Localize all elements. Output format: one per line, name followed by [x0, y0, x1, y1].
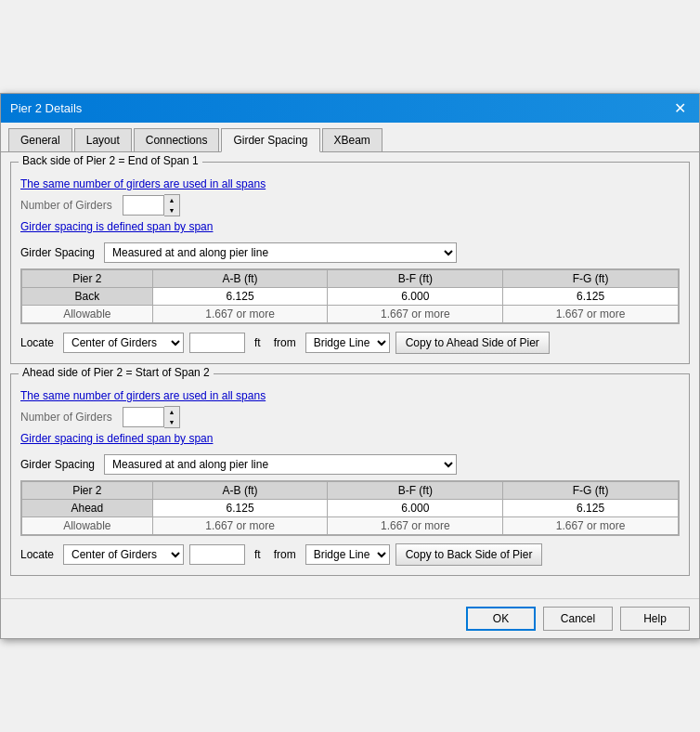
- ok-button[interactable]: OK: [466, 607, 536, 631]
- back-locate-select[interactable]: Center of Girders: [63, 333, 184, 353]
- ahead-row-ahead: Ahead 6.125 6.000 6.125: [22, 500, 679, 517]
- close-button[interactable]: ✕: [670, 99, 690, 117]
- tab-layout[interactable]: Layout: [74, 128, 132, 151]
- tab-general[interactable]: General: [8, 128, 72, 151]
- back-col-fg: F-G (ft): [503, 270, 679, 288]
- back-spacing-link[interactable]: Girder spacing is defined span by span: [20, 220, 213, 233]
- back-col-pier: Pier 2: [22, 270, 153, 288]
- back-from-label: from: [274, 336, 296, 349]
- back-bridge-select[interactable]: Bridge Line: [305, 333, 390, 353]
- ahead-col-ab: A-B (ft): [152, 482, 328, 500]
- back-col-ab: A-B (ft): [152, 270, 328, 288]
- back-locate-label: Locate: [20, 336, 54, 349]
- ahead-num-girders-label: Number of Girders: [20, 411, 123, 424]
- ahead-row-label-ahead: Ahead: [22, 500, 153, 517]
- ahead-row-allowable: Allowable 1.667 or more 1.667 or more 1.…: [22, 517, 679, 535]
- ahead-locate-input[interactable]: 0.000: [189, 544, 245, 565]
- back-row-allowable: Allowable 1.667 or more 1.667 or more 1.…: [22, 306, 679, 323]
- ahead-col-fg: F-G (ft): [503, 482, 679, 500]
- tab-bar: General Layout Connections Girder Spacin…: [1, 123, 699, 152]
- ahead-num-girders-spinner[interactable]: 7 ▲ ▼: [123, 406, 180, 428]
- back-allow-bf: 1.667 or more: [328, 306, 503, 323]
- back-num-girders-down[interactable]: ▼: [164, 205, 179, 216]
- back-girder-spacing-row: Girder Spacing Measured at and along pie…: [20, 242, 680, 263]
- back-same-girders-link[interactable]: The same number of girders are used in a…: [20, 177, 266, 190]
- back-allow-fg: 1.667 or more: [503, 306, 679, 323]
- back-cell-ab: 6.125: [152, 288, 328, 306]
- ahead-table: Pier 2 A-B (ft) B-F (ft) F-G (ft) Ahead …: [20, 480, 680, 536]
- back-cell-fg: 6.125: [503, 288, 679, 306]
- ahead-locate-row: Locate Center of Girders 0.000 ft from B…: [20, 543, 680, 566]
- tab-connections[interactable]: Connections: [134, 128, 220, 151]
- back-row-label-back: Back: [22, 288, 153, 306]
- ahead-allow-fg: 1.667 or more: [503, 517, 679, 535]
- back-num-girders-label: Number of Girders: [20, 199, 123, 212]
- copy-to-ahead-button[interactable]: Copy to Ahead Side of Pier: [395, 332, 550, 354]
- ahead-bridge-select[interactable]: Bridge Line: [305, 544, 390, 565]
- ahead-cell-bf: 6.000: [328, 500, 503, 517]
- ahead-girder-spacing-select[interactable]: Measured at and along pier line: [104, 454, 457, 475]
- ahead-num-girders-input[interactable]: 7: [123, 407, 164, 427]
- back-cell-bf: 6.000: [328, 288, 503, 306]
- ahead-num-girders-down[interactable]: ▼: [164, 417, 179, 427]
- back-table: Pier 2 A-B (ft) B-F (ft) F-G (ft) Back 6…: [20, 268, 680, 324]
- back-num-girders-up[interactable]: ▲: [164, 195, 179, 205]
- back-ft-label: ft: [254, 336, 261, 349]
- back-num-girders-spinner[interactable]: 7 ▲ ▼: [123, 194, 180, 216]
- title-bar: Pier 2 Details ✕: [1, 94, 699, 123]
- back-row-label-allowable: Allowable: [22, 306, 153, 323]
- ahead-cell-fg: 6.125: [503, 500, 679, 517]
- back-num-girders-input[interactable]: 7: [123, 195, 164, 216]
- main-content: Back side of Pier 2 = End of Span 1 The …: [1, 152, 699, 595]
- ahead-row-label-allowable: Allowable: [22, 517, 153, 535]
- back-allow-ab: 1.667 or more: [152, 306, 328, 323]
- ahead-spacing-link[interactable]: Girder spacing is defined span by span: [20, 432, 213, 445]
- back-row-back: Back 6.125 6.000 6.125: [22, 288, 679, 306]
- back-side-title: Back side of Pier 2 = End of Span 1: [19, 154, 202, 167]
- back-col-bf: B-F (ft): [328, 270, 503, 288]
- ahead-locate-label: Locate: [20, 548, 54, 561]
- back-girder-spacing-select[interactable]: Measured at and along pier line: [104, 242, 457, 263]
- cancel-button[interactable]: Cancel: [543, 607, 613, 631]
- ahead-cell-ab: 6.125: [152, 500, 328, 517]
- back-side-group: Back side of Pier 2 = End of Span 1 The …: [10, 162, 690, 364]
- ahead-girder-spacing-label: Girder Spacing: [20, 458, 104, 471]
- tab-girder-spacing[interactable]: Girder Spacing: [221, 128, 319, 152]
- ahead-locate-select[interactable]: Center of Girders: [63, 544, 184, 565]
- ahead-allow-ab: 1.667 or more: [152, 517, 328, 535]
- ahead-side-group: Ahead side of Pier 2 = Start of Span 2 T…: [10, 373, 690, 576]
- ahead-col-pier: Pier 2: [22, 482, 153, 500]
- tab-xbeam[interactable]: XBeam: [322, 128, 382, 151]
- ahead-same-girders-link[interactable]: The same number of girders are used in a…: [20, 389, 266, 402]
- back-locate-input[interactable]: 0.000: [189, 333, 245, 353]
- ahead-side-title: Ahead side of Pier 2 = Start of Span 2: [19, 366, 214, 379]
- dialog: Pier 2 Details ✕ General Layout Connecti…: [0, 93, 700, 639]
- copy-to-back-button[interactable]: Copy to Back Side of Pier: [395, 543, 543, 566]
- help-button[interactable]: Help: [620, 607, 690, 631]
- ahead-num-girders-up[interactable]: ▲: [164, 407, 179, 417]
- ahead-ft-label: ft: [254, 548, 261, 561]
- back-girder-spacing-label: Girder Spacing: [20, 246, 104, 259]
- dialog-title: Pier 2 Details: [10, 101, 82, 115]
- ahead-allow-bf: 1.667 or more: [328, 517, 503, 535]
- back-locate-row: Locate Center of Girders 0.000 ft from B…: [20, 332, 680, 354]
- ahead-girder-spacing-row: Girder Spacing Measured at and along pie…: [20, 454, 680, 475]
- ahead-from-label: from: [274, 548, 296, 561]
- bottom-bar: OK Cancel Help: [1, 598, 699, 638]
- ahead-col-bf: B-F (ft): [328, 482, 503, 500]
